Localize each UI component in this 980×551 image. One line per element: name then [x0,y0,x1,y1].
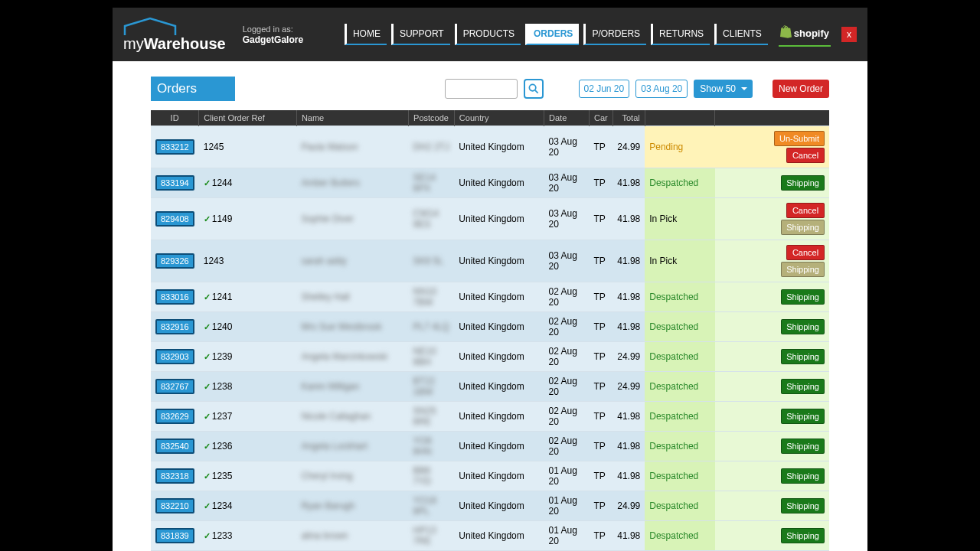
status: Despatched [645,312,715,342]
client-ref: 1239 [212,351,233,362]
shopify-bag-icon [780,25,792,41]
client-ref: 1234 [212,500,233,511]
carrier: TP [589,461,612,491]
order-id-button[interactable]: 829326 [155,253,194,269]
col-postcode[interactable]: Postcode [409,110,455,126]
shipping-button[interactable]: Shipping [781,349,825,364]
carrier: TP [589,521,612,551]
client-ref: 1241 [212,292,233,302]
col-name[interactable]: Name [296,110,408,126]
customer-name: Amber Butters [301,178,360,188]
client-ref: 1235 [212,471,233,481]
search-input[interactable] [445,79,518,99]
order-id-button[interactable]: 829408 [155,211,194,227]
col-car[interactable]: Car [589,110,612,126]
nav-home[interactable]: HOME [345,24,387,45]
main-nav: HOME SUPPORT PRODUCTS ORDERS P/ORDERS RE… [345,24,768,45]
show-select[interactable]: Show 50 [694,80,753,98]
order-id-button[interactable]: 832318 [155,468,194,484]
total: 41.98 [612,198,645,240]
unsubmit-button[interactable]: Un-Submit [774,131,825,146]
col-date[interactable]: Date [544,110,590,126]
order-id-button[interactable]: 833016 [155,289,194,305]
nav-products[interactable]: PRODUCTS [455,24,521,45]
client-ref: 1245 [204,142,224,152]
table-row: 831839✓1233alina brownHP13 7REUnited Kin… [151,521,829,551]
nav-porders[interactable]: P/ORDERS [583,24,646,45]
shipping-button[interactable]: Shipping [781,439,825,454]
search-icon [528,83,539,94]
controls-bar: Orders 02 Jun 20 03 Aug 20 Show 50 New O… [113,61,867,110]
country: United Kingdom [454,198,544,240]
status: Despatched [645,521,715,551]
shipping-button[interactable]: Shipping [781,289,825,305]
total: 41.98 [612,461,645,491]
client-ref: 1244 [212,178,233,188]
col-total[interactable]: Total [612,110,645,126]
order-id-button[interactable]: 832767 [155,379,194,394]
row-actions: Shipping [715,342,829,372]
cancel-button[interactable]: Cancel [786,245,825,260]
shipping-button[interactable]: Shipping [781,379,825,394]
shipping-button[interactable]: Shipping [781,528,825,543]
customer-name: Sophie Diver [301,214,354,224]
client-ref: 1238 [212,381,233,392]
shipping-button[interactable]: Shipping [781,468,825,484]
nav-returns[interactable]: RETURNS [651,24,710,45]
search-button[interactable] [524,79,544,99]
status: In Pick [645,240,715,282]
check-icon: ✓ [204,292,211,302]
client-ref: 1243 [204,256,224,266]
shipping-button[interactable]: Shipping [781,409,825,424]
shopify-link[interactable]: shopify [779,22,831,47]
postcode: NE10 8BH [413,346,436,367]
row-actions: Shipping [715,491,829,521]
order-id-button[interactable]: 833212 [155,139,194,155]
total: 41.98 [612,432,645,461]
order-id-button[interactable]: 831839 [155,528,194,543]
order-date: 02 Aug 20 [544,402,590,432]
shipping-button[interactable]: Shipping [781,175,825,191]
country: United Kingdom [454,240,544,282]
col-id[interactable]: ID [151,110,199,126]
order-date: 02 Aug 20 [544,372,590,402]
cancel-button[interactable]: Cancel [786,203,825,218]
shipping-button[interactable]: Shipping [781,498,825,514]
table-row: 832767✓1238Karen MilliganBT22 1BWUnited … [151,372,829,402]
nav-clients[interactable]: CLIENTS [714,24,768,45]
new-order-button[interactable]: New Order [773,80,829,98]
check-icon: ✓ [204,322,211,331]
date-from[interactable]: 02 Jun 20 [579,80,630,98]
country: United Kingdom [454,126,544,168]
total: 41.98 [612,282,645,312]
row-actions: Shipping [715,282,829,312]
client-ref: 1240 [212,321,233,332]
order-id-button[interactable]: 833194 [155,175,194,191]
shipd-button[interactable]: Shipping [781,262,825,277]
row-actions: Shipping [715,432,829,461]
close-button[interactable]: x [841,27,857,42]
row-actions: CancelShipping [715,240,829,282]
client-ref: 1237 [212,411,233,422]
order-id-button[interactable]: 832916 [155,319,194,334]
order-id-button[interactable]: 832540 [155,439,194,454]
cancel-button[interactable]: Cancel [786,148,825,163]
order-id-button[interactable]: 832210 [155,498,194,514]
order-id-button[interactable]: 832629 [155,409,194,424]
date-to[interactable]: 03 Aug 20 [635,80,688,98]
col-ref[interactable]: Client Order Ref [199,110,297,126]
nav-orders[interactable]: ORDERS [525,24,579,45]
order-date: 02 Aug 20 [544,312,590,342]
table-row: 832318✓1235Cheryl IrvingBB6 7YDUnited Ki… [151,461,829,491]
carrier: TP [589,168,612,198]
status: Despatched [645,168,715,198]
order-id-button[interactable]: 832903 [155,349,194,364]
col-country[interactable]: Country [454,110,544,126]
nav-support[interactable]: SUPPORT [391,24,450,45]
row-actions: Un-SubmitCancel [715,126,829,168]
shipd-button[interactable]: Shipping [781,220,825,235]
shipping-button[interactable]: Shipping [781,319,825,334]
carrier: TP [589,240,612,282]
carrier: TP [589,312,612,342]
total: 24.99 [612,126,645,168]
